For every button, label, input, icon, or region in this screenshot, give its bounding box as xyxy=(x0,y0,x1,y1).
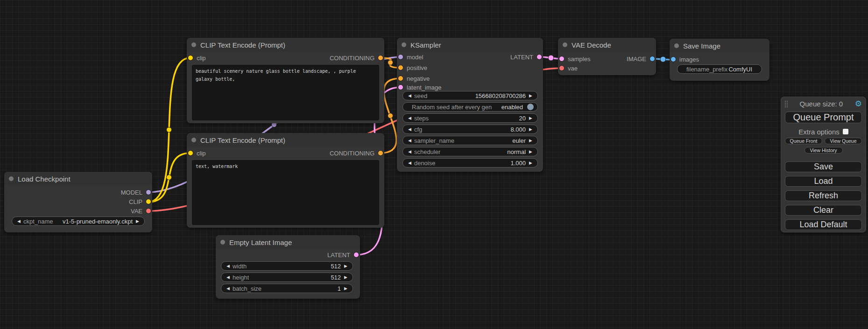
node-save-image[interactable]: Save Image images filename_prefix ComfyU… xyxy=(670,39,769,81)
graph-canvas[interactable]: Load Checkpoint MODEL CLIP VAE ◀ ckpt_na… xyxy=(0,0,868,329)
queue-front-button[interactable]: Queue Front xyxy=(785,138,822,144)
input-slot-positive[interactable]: positive xyxy=(398,63,427,72)
input-slot-clip[interactable]: clip xyxy=(188,53,206,63)
model-port-icon[interactable] xyxy=(146,190,151,195)
vae-port-icon[interactable] xyxy=(146,209,151,213)
output-slot-conditioning[interactable]: CONDITIONING xyxy=(330,53,383,63)
output-slot-latent[interactable]: LATENT xyxy=(510,52,542,62)
image-port-icon[interactable] xyxy=(650,56,655,61)
node-titlebar[interactable]: Save Image xyxy=(670,39,769,53)
increment-arrow-icon[interactable]: ▶ xyxy=(528,116,534,120)
latent-port-icon[interactable] xyxy=(354,252,359,257)
node-ksampler[interactable]: KSampler model positive negative latent_… xyxy=(397,38,543,172)
decrement-arrow-icon[interactable]: ◀ xyxy=(407,127,413,132)
node-titlebar[interactable]: CLIP Text Encode (Prompt) xyxy=(187,133,384,147)
decrement-arrow-icon[interactable]: ◀ xyxy=(407,161,413,165)
node-collapse-dot-icon[interactable] xyxy=(402,42,406,47)
node-collapse-dot-icon[interactable] xyxy=(9,176,14,181)
decrement-arrow-icon[interactable]: ◀ xyxy=(16,219,22,224)
widget-seed[interactable]: ◀ seed 156680208700286 ▶ xyxy=(402,91,538,100)
increment-arrow-icon[interactable]: ▶ xyxy=(343,275,349,280)
output-slot-conditioning[interactable]: CONDITIONING xyxy=(330,148,383,158)
increment-arrow-icon[interactable]: ▶ xyxy=(134,219,141,224)
widget-denoise[interactable]: ◀ denoise 1.000 ▶ xyxy=(402,158,538,168)
increment-arrow-icon[interactable]: ▶ xyxy=(528,161,534,165)
queue-prompt-button[interactable]: Queue Prompt xyxy=(785,112,862,123)
node-titlebar[interactable]: KSampler xyxy=(397,38,543,52)
input-slot-vae[interactable]: vae xyxy=(559,63,578,73)
latent-port-icon[interactable] xyxy=(537,55,542,59)
model-port-icon[interactable] xyxy=(398,55,403,59)
output-slot-model[interactable]: MODEL xyxy=(121,188,151,197)
node-vae-decode[interactable]: VAE Decode samples vae IMAGE xyxy=(558,38,656,75)
node-collapse-dot-icon[interactable] xyxy=(674,43,679,48)
widget-cfg[interactable]: ◀ cfg 8.000 ▶ xyxy=(402,125,538,134)
load-default-button[interactable]: Load Default xyxy=(785,219,862,230)
clear-button[interactable]: Clear xyxy=(785,205,862,216)
widget-sampler-name[interactable]: ◀ sampler_name euler ▶ xyxy=(402,136,538,145)
increment-arrow-icon[interactable]: ▶ xyxy=(528,150,534,154)
view-queue-button[interactable]: View Queue xyxy=(825,138,862,144)
view-history-button[interactable]: View History xyxy=(804,147,843,154)
node-load-checkpoint[interactable]: Load Checkpoint MODEL CLIP VAE ◀ ckpt_na… xyxy=(4,172,152,232)
negative-prompt-textarea[interactable]: text, watermark xyxy=(192,160,379,225)
conditioning-port-icon[interactable] xyxy=(398,76,403,81)
input-slot-samples[interactable]: samples xyxy=(559,54,590,63)
input-slot-clip[interactable]: clip xyxy=(188,148,206,158)
latent-port-icon[interactable] xyxy=(559,56,564,61)
increment-arrow-icon[interactable]: ▶ xyxy=(528,139,534,143)
decrement-arrow-icon[interactable]: ◀ xyxy=(407,116,413,120)
node-clip-text-encode-negative[interactable]: CLIP Text Encode (Prompt) clip CONDITION… xyxy=(187,133,384,228)
toggle-enabled-icon[interactable] xyxy=(527,104,534,110)
image-port-icon[interactable] xyxy=(671,57,676,62)
node-titlebar[interactable]: Load Checkpoint xyxy=(4,172,152,186)
input-slot-images[interactable]: images xyxy=(671,55,699,64)
widget-height[interactable]: ◀ height 512 ▶ xyxy=(221,273,353,282)
conditioning-port-icon[interactable] xyxy=(398,65,403,70)
widget-random-seed[interactable]: Random seed after every gen enabled xyxy=(402,102,538,112)
refresh-button[interactable]: Refresh xyxy=(785,190,862,201)
output-slot-clip[interactable]: CLIP xyxy=(129,197,151,206)
decrement-arrow-icon[interactable]: ◀ xyxy=(407,94,413,98)
clip-port-icon[interactable] xyxy=(188,151,193,155)
node-collapse-dot-icon[interactable] xyxy=(191,138,196,142)
clip-port-icon[interactable] xyxy=(146,199,151,204)
node-collapse-dot-icon[interactable] xyxy=(220,240,225,245)
conditioning-port-icon[interactable] xyxy=(378,151,383,155)
node-titlebar[interactable]: Empty Latent Image xyxy=(216,235,360,249)
decrement-arrow-icon[interactable]: ◀ xyxy=(407,139,413,143)
widget-steps[interactable]: ◀ steps 20 ▶ xyxy=(402,113,538,123)
output-slot-latent[interactable]: LATENT xyxy=(327,250,359,259)
increment-arrow-icon[interactable]: ▶ xyxy=(343,287,349,291)
node-empty-latent-image[interactable]: Empty Latent Image LATENT ◀ width 512 ▶ … xyxy=(216,235,360,299)
output-slot-image[interactable]: IMAGE xyxy=(627,54,655,63)
increment-arrow-icon[interactable]: ▶ xyxy=(528,127,534,132)
node-clip-text-encode-positive[interactable]: CLIP Text Encode (Prompt) clip CONDITION… xyxy=(187,38,384,123)
input-slot-latent-image[interactable]: latent_image xyxy=(398,83,441,92)
decrement-arrow-icon[interactable]: ◀ xyxy=(225,264,231,268)
node-collapse-dot-icon[interactable] xyxy=(563,42,567,47)
increment-arrow-icon[interactable]: ▶ xyxy=(528,94,534,98)
vae-port-icon[interactable] xyxy=(559,66,564,70)
input-slot-model[interactable]: model xyxy=(398,52,423,62)
save-button[interactable]: Save xyxy=(785,161,862,172)
clip-port-icon[interactable] xyxy=(188,56,193,60)
latent-port-icon[interactable] xyxy=(398,85,403,90)
widget-width[interactable]: ◀ width 512 ▶ xyxy=(221,261,353,271)
decrement-arrow-icon[interactable]: ◀ xyxy=(407,150,413,154)
positive-prompt-textarea[interactable]: beautiful scenery nature glass bottle la… xyxy=(192,65,379,120)
extra-options-checkbox[interactable] xyxy=(843,129,848,134)
decrement-arrow-icon[interactable]: ◀ xyxy=(225,275,231,280)
output-slot-vae[interactable]: VAE xyxy=(131,206,151,216)
widget-batch-size[interactable]: ◀ batch_size 1 ▶ xyxy=(221,284,353,293)
widget-ckpt-name[interactable]: ◀ ckpt_name v1-5-pruned-emaonly.ckpt ▶ xyxy=(12,217,145,226)
node-collapse-dot-icon[interactable] xyxy=(191,42,196,47)
load-button[interactable]: Load xyxy=(785,176,862,187)
increment-arrow-icon[interactable]: ▶ xyxy=(343,264,349,268)
input-slot-negative[interactable]: negative xyxy=(398,74,430,83)
decrement-arrow-icon[interactable]: ◀ xyxy=(225,287,231,291)
node-titlebar[interactable]: CLIP Text Encode (Prompt) xyxy=(187,38,384,52)
settings-gear-icon[interactable]: ⚙ xyxy=(855,100,862,108)
widget-filename-prefix[interactable]: filename_prefix ComfyUI xyxy=(677,64,762,74)
conditioning-port-icon[interactable] xyxy=(378,56,383,60)
